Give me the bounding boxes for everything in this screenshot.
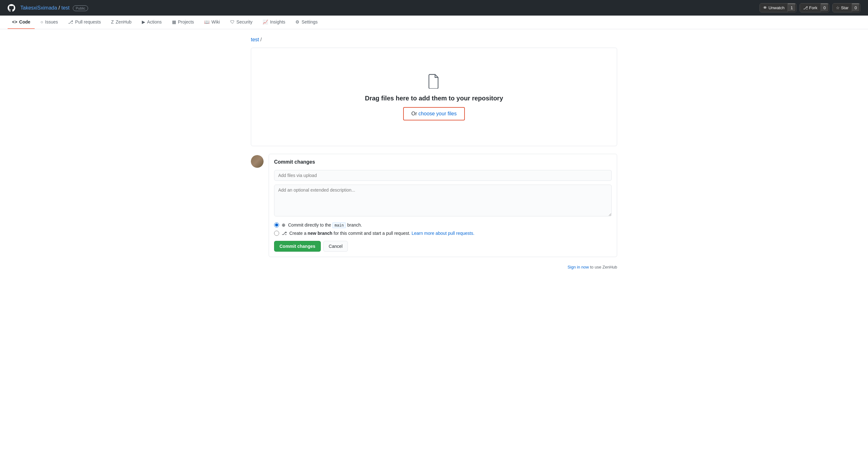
branch-icon: ⎇ <box>282 231 287 236</box>
choose-files-link[interactable]: choose your files <box>418 111 457 116</box>
header-actions: 👁 Unwatch 1 ⎇ Fork 0 ☆ Star 0 <box>760 3 860 12</box>
commit-icon: ⊕ <box>282 223 285 228</box>
commit-actions: Commit changes Cancel <box>274 241 612 252</box>
learn-more-link[interactable]: Learn more about pull requests. <box>411 231 474 236</box>
tab-settings[interactable]: ⚙ Settings <box>291 15 322 29</box>
tab-security[interactable]: 🛡 Security <box>226 15 257 29</box>
fork-label: Fork <box>809 5 817 10</box>
tab-wiki[interactable]: 📖 Wiki <box>200 15 224 29</box>
radio-new-branch[interactable] <box>274 231 279 236</box>
radio-direct-option: ⊕ Commit directly to the main branch. <box>274 223 612 228</box>
tab-insights[interactable]: 📈 Insights <box>258 15 290 29</box>
settings-icon: ⚙ <box>296 20 300 25</box>
commit-form-title: Commit changes <box>274 159 612 165</box>
breadcrumb: test / <box>251 37 617 42</box>
star-icon: ☆ <box>836 5 840 10</box>
code-icon: <> <box>12 20 17 25</box>
breadcrumb-separator: / <box>260 37 262 42</box>
footer-suffix: to use ZenHub <box>590 265 617 269</box>
tab-pull-requests[interactable]: ⎇ Pull requests <box>64 15 105 29</box>
tab-actions[interactable]: ▶ Actions <box>137 15 166 29</box>
fork-count[interactable]: 0 <box>820 3 829 12</box>
visibility-badge: Public <box>73 5 88 11</box>
tab-zenhub[interactable]: Z ZenHub <box>106 15 136 29</box>
star-label: Star <box>841 5 848 10</box>
eye-icon: 👁 <box>763 5 767 10</box>
main-content: test / Drag files here to add them to yo… <box>243 29 625 277</box>
avatar <box>251 155 264 168</box>
fork-group: ⎇ Fork 0 <box>800 3 829 12</box>
separator: / <box>59 5 61 10</box>
unwatch-group: 👁 Unwatch 1 <box>760 3 797 12</box>
fork-button[interactable]: ⎇ Fork <box>800 3 820 12</box>
header: TakesxiSximada / test Public 👁 Unwatch 1… <box>0 0 868 15</box>
radio-group: ⊕ Commit directly to the main branch. ⎇ … <box>274 223 612 236</box>
commit-summary-input[interactable] <box>274 170 612 181</box>
or-text: Or <box>411 111 418 116</box>
tab-code[interactable]: <> Code <box>8 15 35 29</box>
commit-button[interactable]: Commit changes <box>274 241 321 252</box>
avatar-image <box>251 155 264 168</box>
fork-icon: ⎇ <box>803 5 808 10</box>
upload-title: Drag files here to add them to your repo… <box>259 95 609 102</box>
tab-issues-label: Issues <box>45 20 58 25</box>
tab-zenhub-label: ZenHub <box>116 20 132 25</box>
radio-new-branch-label: Create a new branch for this commit and … <box>289 231 474 236</box>
unwatch-count[interactable]: 1 <box>787 3 796 12</box>
tab-wiki-label: Wiki <box>211 20 220 25</box>
security-icon: 🛡 <box>230 20 235 25</box>
cancel-button[interactable]: Cancel <box>323 241 348 252</box>
repo-link[interactable]: test <box>61 5 70 10</box>
unwatch-label: Unwatch <box>769 5 785 10</box>
actions-icon: ▶ <box>142 20 145 25</box>
insights-icon: 📈 <box>262 20 268 25</box>
owner-link[interactable]: TakesxiSximada <box>20 5 57 10</box>
commit-section: Commit changes ⊕ Commit directly to the … <box>251 154 617 257</box>
tab-security-label: Security <box>237 20 253 25</box>
radio-direct[interactable] <box>274 223 279 228</box>
file-icon <box>259 73 609 90</box>
tab-issues[interactable]: ○ Issues <box>36 15 62 29</box>
github-logo-icon <box>8 4 15 12</box>
branch-badge: main <box>332 223 346 228</box>
radio-new-branch-option: ⎇ Create a new branch for this commit an… <box>274 231 612 236</box>
commit-form: Commit changes ⊕ Commit directly to the … <box>269 154 617 257</box>
pull-requests-icon: ⎇ <box>68 20 73 25</box>
breadcrumb-repo-link[interactable]: test <box>251 37 259 42</box>
star-group: ☆ Star 0 <box>832 3 860 12</box>
tab-insights-label: Insights <box>270 20 285 25</box>
upload-area[interactable]: Drag files here to add them to your repo… <box>251 48 617 146</box>
choose-files-box[interactable]: Or choose your files <box>403 107 465 121</box>
star-button[interactable]: ☆ Star <box>833 3 852 12</box>
star-count[interactable]: 0 <box>852 3 860 12</box>
commit-description-input[interactable] <box>274 185 612 216</box>
radio-direct-label: Commit directly to the main branch. <box>288 223 362 228</box>
repo-breadcrumb: TakesxiSximada / test Public <box>20 5 88 11</box>
tab-projects-label: Projects <box>178 20 194 25</box>
issues-icon: ○ <box>40 20 43 25</box>
logo <box>8 4 15 12</box>
zenhub-icon: Z <box>111 20 114 25</box>
tab-actions-label: Actions <box>147 20 162 25</box>
tab-projects[interactable]: ▦ Projects <box>167 15 199 29</box>
sign-in-link[interactable]: Sign in now <box>567 265 589 269</box>
tab-code-label: Code <box>19 20 30 25</box>
projects-icon: ▦ <box>172 20 176 25</box>
wiki-icon: 📖 <box>204 20 210 25</box>
tab-settings-label: Settings <box>302 20 318 25</box>
footer-note: Sign in now to use ZenHub <box>251 265 617 269</box>
nav-bar: <> Code ○ Issues ⎇ Pull requests Z ZenHu… <box>0 15 868 29</box>
tab-pull-requests-label: Pull requests <box>75 20 101 25</box>
unwatch-button[interactable]: 👁 Unwatch <box>760 3 788 12</box>
